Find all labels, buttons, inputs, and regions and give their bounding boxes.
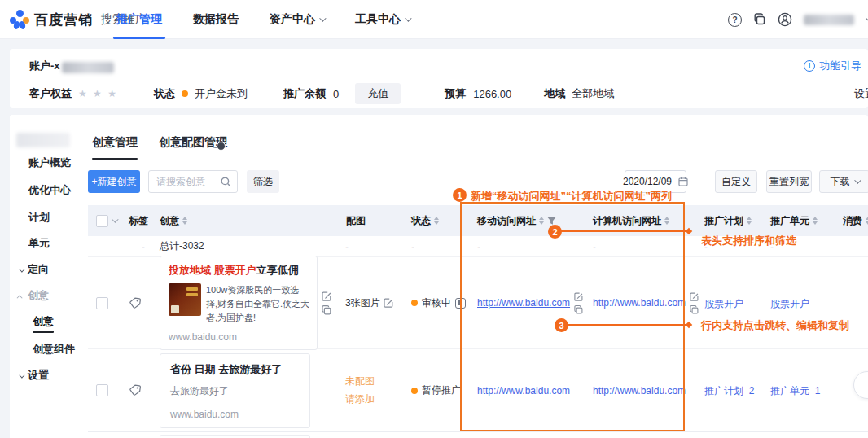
edit-icon[interactable] — [574, 292, 583, 301]
summary-total: 总计-3032 — [160, 239, 204, 253]
image-count: 3张图片 — [345, 296, 380, 310]
calendar-icon — [678, 177, 688, 186]
new-creative-button[interactable]: +新建创意 — [88, 170, 140, 193]
image-missing-link[interactable]: 未配图 请添加 — [345, 373, 407, 408]
recharge-button[interactable]: 充值 — [355, 83, 401, 104]
plan-link[interactable]: 股票开户 — [704, 298, 743, 309]
edit-icon[interactable] — [384, 298, 393, 308]
duplicate-icon[interactable] — [753, 13, 766, 26]
sidebar-item-optimize-center[interactable]: 优化中心 — [28, 183, 71, 198]
col-header-status[interactable]: 状态 — [411, 214, 439, 228]
chevron-down-icon[interactable] — [112, 216, 118, 222]
copy-icon[interactable] — [574, 305, 583, 314]
balance-value: 0 — [333, 88, 339, 100]
annotation-badge-1: 1 — [453, 188, 467, 202]
sidebar-item-plan[interactable]: 计划 — [28, 210, 50, 225]
tag-icon[interactable] — [129, 383, 160, 397]
status-dot — [411, 300, 418, 306]
content-area: 创意管理 创意配图管理 +新建创意 筛选 2020/12/09 — [77, 115, 868, 438]
status-label: 状态 — [154, 86, 175, 101]
sidebar-item-settings[interactable]: 设置 — [19, 368, 49, 383]
sort-icon — [434, 217, 439, 225]
sidebar-item-creative-group[interactable]: 创意 — [19, 288, 49, 303]
creative-display-url: www.baidu.com — [170, 409, 301, 420]
creative-description: 去旅游最好了 — [170, 384, 301, 398]
budget-value: 1266.00 — [473, 88, 511, 100]
account-name: 账户-x — [29, 59, 60, 73]
top-navbar: 百度营销 搜索推广 推广管理 数据报告 资产中心 工具中心 ? — [0, 0, 868, 39]
next-row-card-partial — [160, 435, 310, 438]
pc-url-link[interactable]: http://www.baidu.com — [593, 297, 686, 309]
sidebar-item-unit[interactable]: 单元 — [28, 236, 50, 251]
avatar-icon[interactable] — [778, 12, 792, 27]
sort-icon — [539, 217, 544, 225]
account-name-redacted — [62, 62, 114, 73]
creative-preview-card[interactable]: 投放地域 股票开户立享低佣 100w资深股民的一致选择,财务自由全靠它.侠之大者… — [160, 256, 318, 350]
status-text: 暂停推广 — [422, 383, 461, 397]
unit-link[interactable]: 股票开户 — [770, 298, 809, 309]
rights-label: 客户权益 — [29, 86, 72, 101]
col-header-tag: 标签 — [129, 215, 148, 226]
region-value: 全部地域 — [572, 86, 614, 101]
nav-tab-data-report[interactable]: 数据报告 — [193, 0, 239, 39]
budget-label: 预算 — [445, 86, 466, 101]
mobile-url-link[interactable]: http://www.baidu.com — [477, 297, 570, 309]
sidebar-item-targeting[interactable]: 定向 — [19, 262, 49, 277]
settings-link[interactable]: 设置 — [854, 86, 868, 101]
unit-link[interactable]: 推广单元_1 — [770, 385, 820, 396]
search-icon[interactable] — [221, 177, 231, 187]
help-icon[interactable]: ? — [728, 13, 742, 27]
creative-preview-card[interactable]: 省份 日期 去旅游最好了 去旅游最好了 www.baidu.com — [160, 353, 310, 428]
creative-display-url: www.baidu.com — [169, 331, 310, 343]
select-all-checkbox[interactable] — [96, 215, 108, 227]
chevron-down-icon — [19, 373, 24, 379]
nav-tab-tool-center[interactable]: 工具中心 — [355, 0, 410, 39]
sidebar: 账户概览 优化中心 计划 单元 定向 创意 创意 创意组件 设置 — [10, 115, 77, 438]
row-checkbox[interactable] — [96, 297, 108, 309]
pause-icon[interactable] — [455, 298, 466, 309]
chevron-down-icon — [854, 177, 861, 183]
customize-button[interactable]: 自定义 — [715, 170, 757, 193]
sidebar-item-creative[interactable]: 创意 — [33, 314, 54, 329]
tab-creative-management[interactable]: 创意管理 — [92, 135, 138, 150]
col-header-cost[interactable]: 消费 — [843, 214, 868, 228]
guide-badge-icon[interactable] — [213, 138, 223, 148]
tabs-divider — [77, 160, 868, 160]
tag-icon[interactable] — [129, 296, 160, 310]
plan-link[interactable]: 推广计划_2 — [704, 385, 754, 396]
region-label: 地域 — [544, 86, 565, 101]
funnel-filter-icon[interactable] — [547, 217, 556, 226]
sidebar-item-account-overview[interactable]: 账户概览 — [28, 155, 71, 170]
status-dot — [411, 388, 418, 394]
annotation-text-1: 新增“移动访问网址”“计算机访问网址”两列 — [471, 189, 672, 204]
baidu-marketing-logo-icon — [10, 10, 29, 29]
search-input[interactable] — [149, 176, 221, 187]
username-redacted — [804, 15, 854, 25]
nav-tab-asset-center[interactable]: 资产中心 — [270, 0, 324, 39]
main-panel: 账户概览 优化中心 计划 单元 定向 创意 创意 创意组件 设置 创意管理 创意… — [10, 115, 868, 438]
table-row: 省份 日期 去旅游最好了 去旅游最好了 www.baidu.com 未配图 请添… — [88, 349, 868, 432]
sort-icon — [664, 217, 669, 225]
creative-thumbnail-image — [169, 283, 201, 316]
rights-stars: ★ ★ ★ — [78, 88, 118, 99]
download-button[interactable]: 下载 — [819, 170, 868, 193]
col-header-pc-url[interactable]: 计算机访问网址 — [593, 214, 669, 228]
mobile-url-link[interactable]: http://www.baidu.com — [477, 385, 570, 396]
creative-description: 100w资深股民的一致选择,财务自由全靠它.侠之大者,为国护盘! — [206, 283, 310, 325]
nav-tab-promotion-management[interactable]: 推广管理 — [116, 0, 162, 39]
col-header-plan[interactable]: 推广计划 — [704, 214, 752, 228]
reset-column-width-button[interactable]: 重置列宽 — [766, 170, 812, 193]
page: 百度营销 搜索推广 推广管理 数据报告 资产中心 工具中心 ? 账户-x — [0, 0, 868, 438]
creative-title: 省份 日期 去旅游最好了 — [170, 362, 301, 377]
feature-guide-link[interactable]: i 功能引导 — [804, 59, 861, 73]
row-checkbox[interactable] — [96, 384, 108, 396]
col-header-unit[interactable]: 推广单元 — [770, 214, 818, 228]
sort-icon — [813, 217, 818, 225]
annotation-line — [561, 230, 686, 232]
sidebar-item-creative-component[interactable]: 创意组件 — [33, 342, 75, 357]
col-header-creative[interactable]: 创意 — [160, 214, 187, 228]
pc-url-link[interactable]: http://www.baidu.com — [593, 385, 686, 396]
primary-nav: 推广管理 数据报告 资产中心 工具中心 — [116, 0, 410, 39]
filter-button[interactable]: 筛选 — [247, 170, 279, 193]
col-header-mobile-url[interactable]: 移动访问网址 — [477, 214, 556, 228]
